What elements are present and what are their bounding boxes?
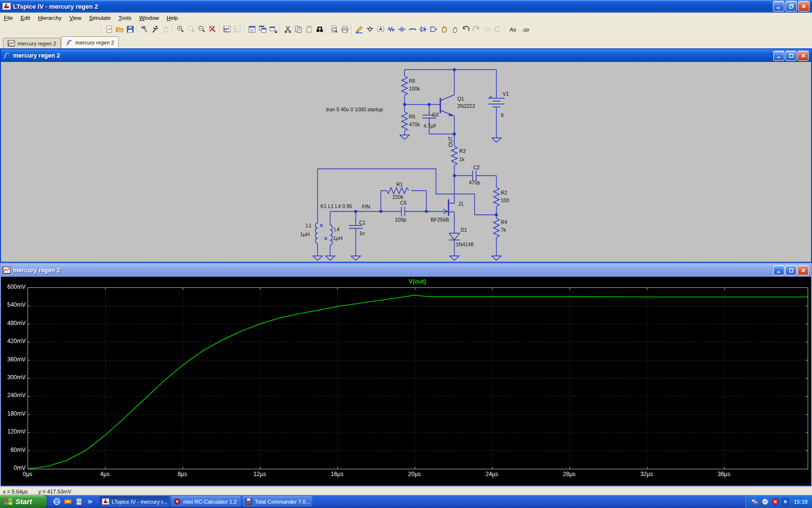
r3-value-label[interactable]: 1k xyxy=(459,156,465,162)
tab-schematic[interactable]: mercury regen 2 xyxy=(61,36,119,48)
d1-ref-label[interactable]: D1 xyxy=(461,227,467,233)
open-icon[interactable] xyxy=(114,24,125,34)
resistor-icon[interactable] xyxy=(386,24,396,34)
draw-wire-icon[interactable] xyxy=(354,24,364,34)
new-schematic-icon[interactable] xyxy=(103,24,114,34)
tab-waveform[interactable]: mercury regen 2 xyxy=(3,38,61,48)
c1-ref-label[interactable]: C1 xyxy=(359,220,366,225)
r3-ref-label[interactable]: R3 xyxy=(459,148,466,154)
undo-icon[interactable] xyxy=(460,24,471,34)
v1-ref-label[interactable]: V1 xyxy=(503,91,509,97)
run-icon[interactable] xyxy=(150,24,160,34)
duplicate-window-icon[interactable] xyxy=(257,24,268,34)
maximize-button[interactable] xyxy=(785,51,797,61)
spice-directive-text[interactable]: .tran 0 40u 0 1000 startup xyxy=(325,106,383,112)
r4-ref-label[interactable]: R4 xyxy=(501,219,508,225)
close-button[interactable] xyxy=(798,1,810,12)
q1-value-label[interactable]: 2N2222 xyxy=(457,103,475,109)
c3-value-label[interactable]: 4.7µF xyxy=(423,123,436,129)
control-panel-icon[interactable] xyxy=(139,24,150,34)
menu-hierarchy[interactable]: Hierarchy xyxy=(34,14,65,22)
spice-directive-icon[interactable]: .op xyxy=(519,27,532,32)
minimize-button[interactable] xyxy=(773,265,784,275)
taskbar-button-ltspice[interactable]: LTspice IV - mercury r... xyxy=(100,496,169,507)
minimize-button[interactable] xyxy=(773,1,784,12)
l1-ref-label[interactable]: L1 xyxy=(306,223,312,228)
l1-value-label[interactable]: 1µH xyxy=(300,231,309,237)
find-icon[interactable] xyxy=(314,24,325,34)
mirror-icon[interactable] xyxy=(481,24,492,34)
l4-value-label[interactable]: 1µH xyxy=(333,235,342,241)
schematic-canvas[interactable]: .tran 0 40u 0 1000 startup R6 100k R5 47… xyxy=(1,62,811,262)
zoom-out-icon[interactable] xyxy=(196,24,207,34)
r6-value-label[interactable]: 100k xyxy=(409,86,420,91)
schematic-drawing[interactable]: .tran 0 40u 0 1000 startup R6 100k R5 47… xyxy=(1,62,811,262)
taskbar-button-rc-calculator[interactable]: mini RC-Calculator 1.2 xyxy=(171,496,241,507)
text-tool-icon[interactable]: Aa xyxy=(507,27,519,32)
c3-ref-label[interactable]: C3 xyxy=(432,112,439,118)
c6-value-label[interactable]: 100p xyxy=(395,217,406,223)
capacitor-icon[interactable] xyxy=(396,24,407,34)
visible-traces-icon[interactable] xyxy=(221,24,232,34)
restore-button[interactable] xyxy=(785,1,797,12)
ground-icon[interactable] xyxy=(364,24,375,34)
menu-simulate[interactable]: Simulate xyxy=(85,14,115,22)
trace-legend[interactable]: V(out) xyxy=(28,278,807,285)
inductor-icon[interactable] xyxy=(407,24,418,34)
minimize-button[interactable] xyxy=(773,51,784,61)
calculator-icon[interactable] xyxy=(75,497,83,506)
copy-icon[interactable] xyxy=(293,24,304,34)
menu-tools[interactable]: Tools xyxy=(115,14,135,22)
waveform-plot-area[interactable]: V(out) 0mV60mV120mV180mV240mV300mV360mV4… xyxy=(1,277,811,486)
paste-icon[interactable] xyxy=(304,24,314,34)
print-icon[interactable] xyxy=(339,24,350,34)
c6-ref-label[interactable]: C6 xyxy=(400,200,407,206)
r5-ref-label[interactable]: R5 xyxy=(409,114,416,120)
coupling-directive-text[interactable]: K1 L1 L4 0.95 xyxy=(320,203,352,209)
diode-icon[interactable] xyxy=(418,24,428,34)
menu-window[interactable]: Window xyxy=(135,14,163,22)
net-label-fin[interactable]: FIN xyxy=(362,204,370,209)
volume-device-icon[interactable] xyxy=(761,498,769,506)
schematic-window-titlebar[interactable]: mercury regen 2 xyxy=(1,49,811,62)
waveform-window-titlebar[interactable]: mercury regen 2 xyxy=(1,264,811,277)
redo-icon[interactable] xyxy=(471,24,481,34)
d1-value-label[interactable]: 1N4148 xyxy=(456,241,474,247)
c2-ref-label[interactable]: C2 xyxy=(473,164,480,170)
drag-icon[interactable] xyxy=(439,24,450,34)
tile-windows-icon[interactable] xyxy=(268,24,278,34)
menu-edit[interactable]: Edit xyxy=(17,14,34,22)
v1-value-label[interactable]: 9 xyxy=(501,112,504,118)
zoom-back-icon[interactable] xyxy=(186,24,196,34)
l4-ref-label[interactable]: L4 xyxy=(334,226,340,232)
r1-ref-label[interactable]: R1 xyxy=(396,181,403,187)
r2-value-label[interactable]: 100 xyxy=(501,197,509,203)
start-button[interactable]: Start xyxy=(0,495,47,508)
cut-icon[interactable] xyxy=(282,24,293,34)
c1-value-label[interactable]: 1n xyxy=(359,230,365,236)
close-button[interactable] xyxy=(798,51,809,61)
internet-explorer-icon[interactable] xyxy=(53,497,61,506)
menu-view[interactable]: View xyxy=(66,14,86,22)
print-preview-icon[interactable] xyxy=(329,24,339,34)
j1-ref-label[interactable]: J1 xyxy=(458,201,464,207)
menu-help[interactable]: Help xyxy=(163,14,182,22)
rotate-icon[interactable] xyxy=(492,24,503,34)
app-titlebar[interactable]: LTspice IV - mercury regen 2 xyxy=(0,0,812,13)
c2-value-label[interactable]: 470p xyxy=(469,179,480,185)
dvd-tool-icon[interactable] xyxy=(64,497,72,506)
security-alert-icon[interactable] xyxy=(771,498,779,506)
close-button[interactable] xyxy=(798,265,809,275)
r2-ref-label[interactable]: R2 xyxy=(501,190,508,195)
move-icon[interactable] xyxy=(450,24,460,34)
spice-netlist-icon[interactable] xyxy=(246,24,257,34)
quick-launch-overflow-chevron[interactable] xyxy=(87,499,93,505)
maximize-button[interactable] xyxy=(785,265,797,275)
zoom-full-extents-icon[interactable] xyxy=(207,24,218,34)
halt-icon[interactable] xyxy=(160,24,171,34)
menu-file[interactable]: File xyxy=(0,14,17,22)
zoom-in-icon[interactable] xyxy=(175,24,186,34)
r4-value-label[interactable]: 7k xyxy=(501,227,507,233)
save-icon[interactable] xyxy=(125,24,135,34)
net-label-icon[interactable] xyxy=(375,24,386,34)
